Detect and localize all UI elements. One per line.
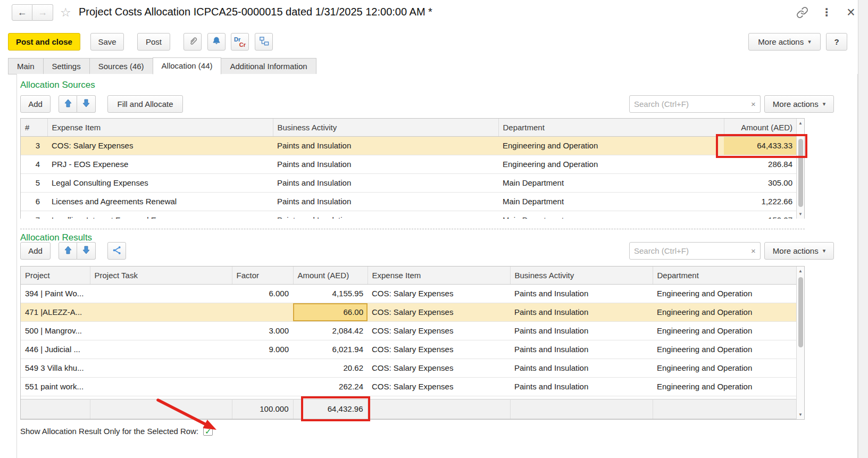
source-row[interactable]: 5Legal Consulting ExpensesPaints and Ins…	[21, 173, 797, 192]
sources-search-clear-button[interactable]: ×	[747, 95, 761, 113]
sources-more-actions-button[interactable]: More actions▾	[764, 95, 834, 113]
col-header-factor[interactable]: Factor	[232, 267, 293, 284]
expense-item-cell[interactable]: Legal Consulting Expenses	[47, 173, 273, 192]
factor-cell[interactable]: 3.000	[232, 321, 293, 340]
results-search-clear-button[interactable]: ×	[747, 242, 761, 260]
department-cell[interactable]: Main Department	[498, 173, 724, 192]
department-cell[interactable]: Engineering and Operation	[653, 340, 797, 359]
num-cell[interactable]: 3	[21, 136, 47, 155]
num-cell[interactable]: 6	[21, 192, 47, 211]
expense-item-cell[interactable]: PRJ - EOS Expenese	[47, 155, 273, 173]
results-search-input[interactable]	[629, 242, 747, 260]
business-activity-cell[interactable]: Paints and Insulation	[510, 284, 653, 303]
project-cell[interactable]: 551 paint work...	[21, 377, 90, 396]
result-row[interactable]: 394 | Paint Wo...6.0004,155.95COS: Salar…	[21, 284, 797, 303]
project-task-cell[interactable]	[90, 303, 232, 321]
project-cell[interactable]: 471 |ALEZZ-A...	[21, 303, 90, 321]
business-activity-cell[interactable]: Paints and Insulation	[510, 321, 653, 340]
col-header-amount[interactable]: Amount (AED)	[724, 119, 797, 136]
scroll-up-icon[interactable]: ▲	[797, 121, 804, 126]
amount-cell[interactable]: 305.00	[724, 173, 797, 192]
business-activity-cell[interactable]: Paints and Insulation	[273, 136, 498, 155]
amount-cell[interactable]: 4,155.95	[293, 284, 368, 303]
tab-main[interactable]: Main	[8, 58, 44, 74]
col-header-amount[interactable]: Amount (AED)	[293, 267, 368, 284]
section-splitter[interactable]	[20, 229, 805, 229]
project-task-cell[interactable]	[90, 284, 232, 303]
move-down-button[interactable]	[77, 242, 96, 260]
col-header-department[interactable]: Department	[653, 267, 797, 284]
amount-cell[interactable]: 286.84	[724, 155, 797, 173]
business-activity-cell[interactable]: Paints and Insulation	[510, 377, 653, 396]
business-activity-cell[interactable]: Paints and Insulation	[273, 192, 498, 211]
project-task-cell[interactable]	[90, 377, 232, 396]
project-task-cell[interactable]	[90, 359, 232, 377]
post-and-close-button[interactable]: Post and close	[8, 33, 80, 51]
factor-cell[interactable]	[232, 303, 293, 321]
results-more-actions-button[interactable]: More actions▾	[764, 242, 834, 260]
department-cell[interactable]: Engineering and Operation	[653, 321, 797, 340]
business-activity-cell[interactable]: Paints and Insulation	[510, 359, 653, 377]
project-cell[interactable]: 549 3 Villa khu...	[21, 359, 90, 377]
move-up-button[interactable]	[59, 242, 77, 260]
department-cell[interactable]: Engineering and Operation	[653, 284, 797, 303]
col-header-number[interactable]: #	[21, 119, 47, 136]
factor-cell[interactable]: 9.000	[232, 340, 293, 359]
result-row[interactable]: 551 paint work...262.24COS: Salary Expen…	[21, 377, 797, 396]
department-cell[interactable]: Engineering and Operation	[653, 359, 797, 377]
project-cell[interactable]: 446 | Judicial ...	[21, 340, 90, 359]
tab-allocation[interactable]: Allocation (44)	[153, 57, 222, 74]
source-row[interactable]: 3COS: Salary ExpensesPaints and Insulati…	[21, 136, 797, 155]
num-cell[interactable]: 4	[21, 155, 47, 173]
scroll-up-icon[interactable]: ▲	[797, 269, 804, 273]
project-task-cell[interactable]	[90, 321, 232, 340]
factor-cell[interactable]: 6.000	[232, 284, 293, 303]
expense-item-cell[interactable]: Licenses and Agreements Renewal	[47, 192, 273, 211]
col-header-project[interactable]: Project	[21, 267, 90, 284]
num-cell[interactable]: 5	[21, 173, 47, 192]
expense-item-cell[interactable]: COS: Salary Expenses	[47, 136, 273, 155]
business-activity-cell[interactable]: Paints and Insulation	[273, 211, 498, 219]
amount-cell[interactable]: 20.62	[293, 359, 368, 377]
result-row[interactable]: 500 | Mangrov...3.0002,084.42COS: Salary…	[21, 321, 797, 340]
allocate-button[interactable]	[107, 242, 126, 260]
department-cell[interactable]: Engineering and Operation	[498, 155, 724, 173]
col-header-department[interactable]: Department	[498, 119, 724, 136]
attachments-button[interactable]	[183, 33, 202, 51]
save-button[interactable]: Save	[90, 33, 124, 51]
forward-button[interactable]: →	[32, 4, 53, 21]
col-header-business-activity[interactable]: Business Activity	[510, 267, 653, 284]
department-cell[interactable]: Engineering and Operation	[653, 303, 797, 321]
scrollbar-thumb[interactable]	[798, 139, 803, 207]
result-row[interactable]: 446 | Judicial ...9.0006,021.94COS: Sala…	[21, 340, 797, 359]
sources-scrollbar[interactable]: ▲ ▼	[796, 119, 804, 219]
project-cell[interactable]: 500 | Mangrov...	[21, 321, 90, 340]
move-up-button[interactable]	[59, 95, 77, 113]
business-activity-cell[interactable]: Paints and Insulation	[273, 173, 498, 192]
business-activity-cell[interactable]: Paints and Insulation	[273, 155, 498, 173]
back-button[interactable]: ←	[12, 4, 32, 21]
results-scrollbar[interactable]: ▲ ▼	[796, 267, 804, 419]
department-cell[interactable]: Main Department	[498, 211, 724, 219]
project-cell[interactable]: 394 | Paint Wo...	[21, 284, 90, 303]
amount-cell[interactable]: 2,084.42	[293, 321, 368, 340]
col-header-project-task[interactable]: Project Task	[90, 267, 232, 284]
expense-item-cell[interactable]: COS: Salary Expenses	[368, 284, 510, 303]
post-button[interactable]: Post	[137, 33, 170, 51]
col-header-expense-item[interactable]: Expense Item	[47, 119, 273, 136]
expense-item-cell[interactable]: COS: Salary Expenses	[368, 303, 510, 321]
tab-additional-information[interactable]: Additional Information	[221, 58, 316, 74]
amount-cell[interactable]: 66.00	[293, 303, 368, 321]
source-row[interactable]: 7Landline, Internet Fees and ExpensePain…	[21, 211, 797, 219]
show-selected-row-checkbox[interactable]: ✓	[203, 426, 213, 436]
expense-item-cell[interactable]: COS: Salary Expenses	[368, 321, 510, 340]
dr-cr-movements-button[interactable]: DrCr	[231, 33, 249, 51]
result-row[interactable]: 471 |ALEZZ-A...66.00COS: Salary Expenses…	[21, 303, 797, 321]
col-header-expense-item[interactable]: Expense Item	[368, 267, 510, 284]
num-cell[interactable]: 7	[21, 211, 47, 219]
kebab-menu-icon[interactable]: ⋮	[820, 5, 833, 19]
department-cell[interactable]: Engineering and Operation	[653, 377, 797, 396]
expense-item-cell[interactable]: COS: Salary Expenses	[368, 340, 510, 359]
amount-cell[interactable]: 150.27	[724, 211, 797, 219]
sources-search-input[interactable]	[629, 95, 747, 113]
